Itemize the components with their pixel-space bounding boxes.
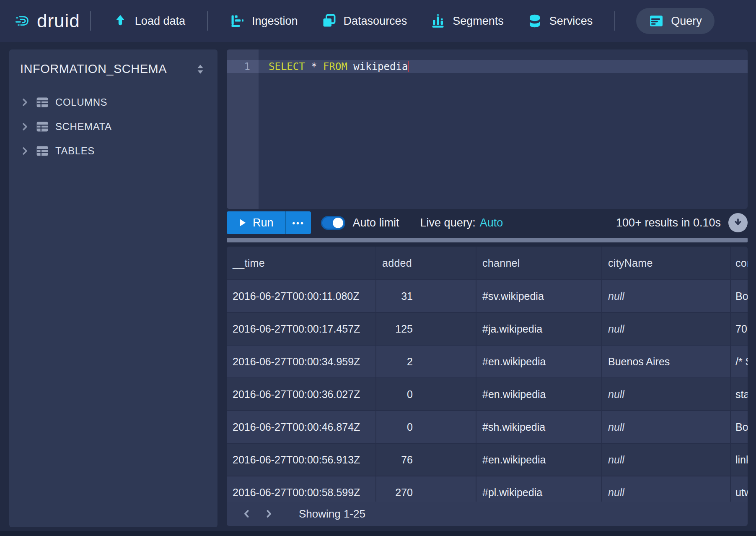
cell-cityname: null xyxy=(602,378,731,410)
cell-comment: /* Status of peremptory norms in interna… xyxy=(731,346,748,377)
chevron-left-icon xyxy=(242,508,252,519)
query-icon xyxy=(649,13,664,29)
query-toolbar: Run ●●● Auto limit Live query: Auto 100+… xyxy=(227,209,748,237)
sql-text[interactable]: SELECT * FROM wikipedia xyxy=(269,60,409,73)
cell-cityname: null xyxy=(602,411,731,443)
cell-added: 0 xyxy=(376,411,476,443)
auto-limit-toggle[interactable] xyxy=(321,216,345,230)
cell-comment: link fix xyxy=(731,444,748,476)
previous-page-button[interactable] xyxy=(236,504,258,523)
live-query-value[interactable]: Auto xyxy=(480,216,503,229)
sql-table-name: wikipedia xyxy=(347,61,408,73)
toggle-knob xyxy=(333,218,343,228)
chevron-right-icon[interactable] xyxy=(20,146,29,156)
column-header-time[interactable]: __time xyxy=(227,247,376,279)
table-row[interactable]: 2016-06-27T00:00:34.959Z 2 #en.wikipedia… xyxy=(227,346,748,378)
nav-divider xyxy=(90,11,91,31)
column-header-channel[interactable]: channel xyxy=(476,247,602,279)
double-caret-vertical-icon[interactable] xyxy=(195,63,206,75)
druid-logo[interactable]: druid xyxy=(15,10,80,31)
results-body: 2016-06-27T00:00:11.080Z 31 #sv.wikipedi… xyxy=(227,280,748,509)
tree-item-label: COLUMNS xyxy=(55,96,107,108)
run-button[interactable]: Run xyxy=(227,211,285,234)
chevron-right-icon xyxy=(264,508,274,519)
line-number: 1 xyxy=(227,60,250,73)
nav-item-label: Segments xyxy=(453,15,504,28)
cell-time: 2016-06-27T00:00:11.080Z xyxy=(227,280,376,312)
chevron-right-icon[interactable] xyxy=(20,97,29,108)
cell-channel: #ja.wikipedia xyxy=(476,313,602,345)
nav-item-label: Load data xyxy=(135,15,185,28)
cell-comment: 70: xyxy=(731,313,748,345)
segments-icon xyxy=(430,13,445,29)
nav-item-label: Datasources xyxy=(344,15,407,28)
cell-time: 2016-06-27T00:00:56.913Z xyxy=(227,444,376,476)
nav-item-segments[interactable]: Segments xyxy=(419,0,515,42)
cell-added: 31 xyxy=(376,280,476,312)
chevron-right-icon[interactable] xyxy=(20,121,29,132)
tree-item-columns[interactable]: COLUMNS xyxy=(9,90,217,114)
ingestion-icon xyxy=(230,13,245,29)
cell-channel: #sh.wikipedia xyxy=(476,411,602,443)
cell-added: 2 xyxy=(376,346,476,377)
cell-comment: Botskapande Indonesien omdirigering xyxy=(731,280,748,312)
cell-comment: Bot: Automatska zamjena teksta xyxy=(731,411,748,443)
cell-channel: #sv.wikipedia xyxy=(476,280,602,312)
nav-item-datasources[interactable]: Datasources xyxy=(310,0,419,42)
cell-comment: started xyxy=(731,378,748,410)
play-icon xyxy=(238,218,246,227)
tree-item-label: TABLES xyxy=(55,145,95,157)
sql-keyword-from: FROM xyxy=(323,61,347,73)
table-row[interactable]: 2016-06-27T00:00:56.913Z 76 #en.wikipedi… xyxy=(227,444,748,476)
druid-console: druid Load data Ingestion xyxy=(0,0,756,536)
cell-added: 125 xyxy=(376,313,476,345)
table-row[interactable]: 2016-06-27T00:00:11.080Z 31 #sv.wikipedi… xyxy=(227,280,748,313)
auto-limit-label: Auto limit xyxy=(353,216,399,229)
more-options-dots: ●●● xyxy=(292,220,305,226)
table-icon xyxy=(36,96,49,108)
column-header-added[interactable]: added xyxy=(376,247,476,279)
druid-logo-icon xyxy=(15,13,30,29)
nav-item-load-data[interactable]: Load data xyxy=(101,0,197,42)
schema-selector[interactable]: INFORMATION_SCHEMA xyxy=(9,49,217,76)
nav-item-label: Query xyxy=(671,15,702,28)
tree-item-schemata[interactable]: SCHEMATA xyxy=(9,114,217,139)
nav-item-ingestion[interactable]: Ingestion xyxy=(218,0,310,42)
result-summary: 100+ results in 0.10s xyxy=(616,216,721,229)
brand-name: druid xyxy=(37,10,80,31)
table-row[interactable]: 2016-06-27T00:00:17.457Z 125 #ja.wikiped… xyxy=(227,313,748,346)
text-cursor xyxy=(408,61,409,72)
table-row[interactable]: 2016-06-27T00:00:46.874Z 0 #sh.wikipedia… xyxy=(227,411,748,444)
table-icon xyxy=(36,121,49,133)
showing-range-label: Showing 1-25 xyxy=(299,507,365,520)
editor-results-splitter[interactable] xyxy=(227,238,748,242)
table-row[interactable]: 2016-06-27T00:00:36.027Z 0 #en.wikipedia… xyxy=(227,378,748,411)
sql-editor[interactable]: 1 SELECT * FROM wikipedia xyxy=(227,49,748,209)
bottom-edge xyxy=(0,531,756,536)
cell-cityname: null xyxy=(602,444,731,476)
cell-added: 0 xyxy=(376,378,476,410)
tree-item-tables[interactable]: TABLES xyxy=(9,139,217,163)
live-query-label: Live query: xyxy=(420,216,476,229)
nav-divider xyxy=(207,11,208,31)
download-results-button[interactable] xyxy=(728,213,748,232)
services-icon xyxy=(527,13,542,29)
nav-item-label: Ingestion xyxy=(252,15,298,28)
cell-channel: #en.wikipedia xyxy=(476,378,602,410)
run-more-options-button[interactable]: ●●● xyxy=(285,211,311,234)
top-nav: druid Load data Ingestion xyxy=(0,0,756,42)
cell-channel: #en.wikipedia xyxy=(476,444,602,476)
datasources-icon xyxy=(321,13,337,29)
next-page-button[interactable] xyxy=(258,504,280,523)
schema-sidebar: INFORMATION_SCHEMA COLUMNS xyxy=(9,49,217,527)
column-header-comment[interactable]: comment xyxy=(731,247,748,279)
schema-title: INFORMATION_SCHEMA xyxy=(20,62,167,76)
results-panel: __time added channel cityName comment 20… xyxy=(227,247,748,526)
nav-item-query[interactable]: Query xyxy=(636,8,715,34)
sql-star: * xyxy=(305,61,323,73)
column-header-cityname[interactable]: cityName xyxy=(602,247,731,279)
sql-keyword-select: SELECT xyxy=(269,61,305,73)
nav-item-services[interactable]: Services xyxy=(515,0,605,42)
cell-added: 76 xyxy=(376,444,476,476)
cell-time: 2016-06-27T00:00:17.457Z xyxy=(227,313,376,345)
